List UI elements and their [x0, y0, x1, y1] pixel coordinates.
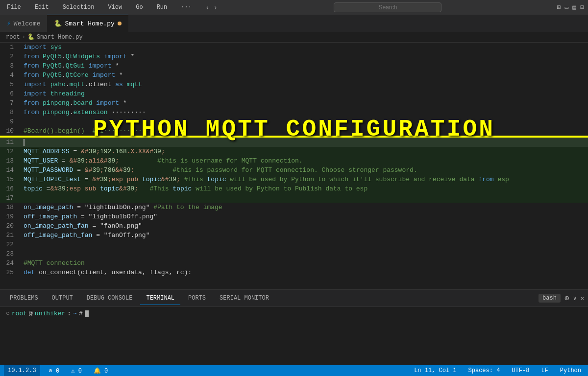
tab-serial-monitor[interactable]: SERIAL MONITOR: [214, 292, 275, 305]
code-line[interactable]: 12MQTT_ADDRESS = &#39;192.168.X.XX&#39;: [0, 147, 588, 156]
close-panel-icon[interactable]: ✕: [581, 295, 584, 302]
menu-view[interactable]: View: [105, 3, 125, 12]
code-line[interactable]: 16topic =&#39;esp sub topic&#39; #This t…: [0, 184, 588, 193]
code-line[interactable]: 25def on_connect(client, userdata, flags…: [0, 268, 588, 277]
split-icon[interactable]: ▭: [565, 3, 569, 11]
tab-terminal[interactable]: TERMINAL: [140, 292, 180, 305]
tab-ports[interactable]: PORTS: [182, 292, 212, 305]
breadcrumb-file-icon: 🐍: [27, 33, 35, 41]
tab-smarthome[interactable]: 🐍 Smart Home.py: [47, 15, 128, 32]
status-spaces[interactable]: Spaces: 4: [466, 367, 503, 374]
breadcrumb: root › 🐍 Smart Home.py: [0, 32, 588, 43]
code-line[interactable]: 15MQTT_TOPIC_test = &#39;esp pub topic&#…: [0, 175, 588, 184]
code-line[interactable]: 14MQTT_PASSWORD = &#39;786&#39; #this is…: [0, 165, 588, 175]
code-line[interactable]: 4from PyQt5.QtCore import *: [0, 70, 588, 80]
breadcrumb-file[interactable]: Smart Home.py: [37, 34, 83, 41]
title-bar: File Edit Selection View Go Run ··· ‹ › …: [0, 0, 588, 15]
terminal-content[interactable]: ○ root@unihiker:~#: [0, 307, 588, 365]
code-line[interactable]: 5import paho.mqtt.client as mqtt: [0, 80, 588, 89]
status-bar: 10.1.2.3 ⊘ 0 ⚠ 0 🔔 0 Ln 11, Col 1 Spaces…: [0, 365, 588, 376]
status-warnings[interactable]: ⚠ 0: [68, 367, 85, 375]
menu-go[interactable]: Go: [133, 3, 146, 12]
code-line[interactable]: 1import sys: [0, 43, 588, 52]
prompt-dollar: #: [79, 310, 83, 317]
code-line[interactable]: 24#MQTT connection: [0, 258, 588, 268]
code-line[interactable]: 22: [0, 240, 588, 249]
terminal-cursor: [85, 310, 89, 317]
search-area[interactable]: [226, 2, 549, 12]
code-line[interactable]: 2from PyQt5.QtWidgets import *: [0, 52, 588, 61]
search-input[interactable]: [334, 2, 441, 12]
menu-file[interactable]: File: [4, 3, 24, 12]
code-line[interactable]: 20on_image_path_fan = "fanOn.png": [0, 221, 588, 231]
code-line[interactable]: 21off_image_path_fan = "fanOff.png": [0, 231, 588, 240]
window-controls: ⊞ ▭ ▤ ⊟: [557, 3, 584, 11]
status-ip[interactable]: 10.1.2.3: [4, 365, 40, 376]
breadcrumb-sep1: ›: [22, 34, 25, 41]
menu-selection[interactable]: Selection: [60, 3, 98, 12]
nav-buttons: ‹ ›: [204, 3, 219, 11]
layout-icon[interactable]: ⊞: [557, 3, 561, 11]
chevron-down-icon[interactable]: ∨: [573, 295, 577, 302]
tab-output[interactable]: OUTPUT: [46, 292, 79, 305]
code-line[interactable]: 9: [0, 117, 588, 126]
editor-area: PYTHON MQTT CONFIGURATION 1import sys2fr…: [0, 43, 588, 289]
status-eol[interactable]: LF: [538, 367, 551, 374]
prompt-host: unihiker: [35, 310, 65, 317]
tab-problems[interactable]: PROBLEMS: [4, 292, 44, 305]
modified-dot: [118, 22, 122, 25]
python-icon: 🐍: [54, 20, 62, 27]
status-encoding[interactable]: UTF-8: [509, 367, 532, 374]
status-left: 10.1.2.3 ⊘ 0 ⚠ 0 🔔 0: [4, 365, 111, 376]
prompt-circle: ○: [6, 310, 10, 317]
code-line[interactable]: 18on_image_path = "lightbulbOn.png" #Pat…: [0, 203, 588, 212]
code-line[interactable]: 10#Board().begin() # I·············: [0, 126, 588, 136]
status-language[interactable]: Python: [557, 367, 584, 374]
code-container[interactable]: 1import sys2from PyQt5.QtWidgets import …: [0, 43, 588, 289]
code-line[interactable]: 7from pinpong.board import *: [0, 98, 588, 108]
status-right: Ln 11, Col 1 Spaces: 4 UTF-8 LF Python: [411, 367, 584, 374]
panel-icon[interactable]: ▤: [572, 3, 576, 11]
prompt-user: root: [12, 310, 27, 317]
code-line[interactable]: 11: [0, 138, 588, 147]
menu-run[interactable]: Run: [154, 3, 171, 12]
custom-layout-icon[interactable]: ⊟: [580, 3, 584, 11]
status-ln-col[interactable]: Ln 11, Col 1: [411, 367, 459, 374]
breadcrumb-root[interactable]: root: [6, 34, 20, 41]
bash-badge[interactable]: bash: [539, 294, 561, 303]
bottom-panel: PROBLEMS OUTPUT DEBUG CONSOLE TERMINAL P…: [0, 289, 588, 365]
tab-welcome[interactable]: ⚡ Welcome: [0, 15, 47, 32]
tab-smarthome-label: Smart Home.py: [65, 20, 114, 27]
plus-icon[interactable]: ⊕: [564, 293, 569, 303]
panel-icons: bash ⊕ ∨ ✕: [539, 293, 584, 303]
nav-back[interactable]: ‹: [204, 3, 211, 11]
code-line[interactable]: 8from pinpong.extension ·········: [0, 108, 588, 117]
terminal-prompt: ○ root@unihiker:~#: [6, 310, 582, 317]
menu-more[interactable]: ···: [178, 3, 195, 12]
code-line[interactable]: 13MQTT_USER = &#39;ali&#39; #this is use…: [0, 156, 588, 165]
tab-debug-console[interactable]: DEBUG CONSOLE: [81, 292, 139, 305]
panel-tab-bar: PROBLEMS OUTPUT DEBUG CONSOLE TERMINAL P…: [0, 290, 588, 307]
menu-edit[interactable]: Edit: [32, 3, 52, 12]
status-info[interactable]: 🔔 0: [91, 367, 111, 375]
tab-welcome-label: Welcome: [14, 20, 41, 27]
code-line[interactable]: 23: [0, 249, 588, 258]
status-errors[interactable]: ⊘ 0: [46, 367, 63, 375]
code-line[interactable]: 6import threading: [0, 89, 588, 98]
nav-forward[interactable]: ›: [213, 3, 219, 11]
welcome-icon: ⚡: [7, 20, 11, 27]
code-lines: 1import sys2from PyQt5.QtWidgets import …: [0, 43, 588, 289]
tab-bar: ⚡ Welcome 🐍 Smart Home.py: [0, 15, 588, 32]
code-line[interactable]: 19off_image_path = "lightbulbOff.png": [0, 212, 588, 221]
code-line[interactable]: 17: [0, 193, 588, 203]
menu-bar[interactable]: File Edit Selection View Go Run ···: [4, 3, 195, 12]
code-line[interactable]: 3from PyQt5.QtGui import *: [0, 61, 588, 70]
prompt-tilde: ~: [73, 310, 77, 317]
